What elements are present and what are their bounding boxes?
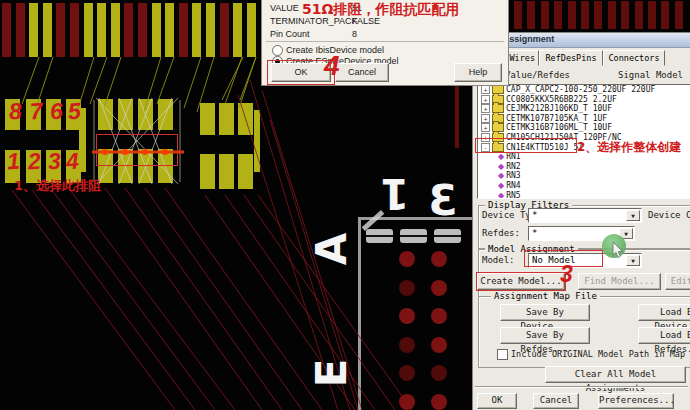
silkscreen-1: 1 <box>380 172 409 214</box>
save-by-device-button[interactable]: Save By Device... <box>500 304 590 321</box>
include-original-path-label: Include ORIGINAL Model Path in Map File <box>511 349 690 359</box>
selected-resistor-box <box>96 134 178 166</box>
signal-model-icon: ◆ <box>498 162 504 171</box>
load-by-refdes-button[interactable]: Load By Refdes... <box>638 327 690 344</box>
map-file-legend: Assignment Map File <box>491 291 600 301</box>
tree-item[interactable]: +CETMK107B7105KA_T 1UF <box>478 114 690 124</box>
column-signal-model: Signal Model <box>618 70 683 80</box>
device-type-input[interactable]: * ▼ <box>528 208 642 223</box>
preferences-button[interactable]: Preferences... <box>598 393 674 409</box>
pin-number: 2 <box>27 148 42 176</box>
props-help-button[interactable]: Help <box>454 63 502 82</box>
device-type-dropdown-arrow[interactable]: ▼ <box>626 210 640 221</box>
pin-count-label: Pin Count <box>270 29 310 39</box>
signal-model-icon: ◆ <box>498 181 504 190</box>
tree-item[interactable]: +CEJMK212BJ106KD_T 10UF <box>478 104 690 114</box>
refdes-label: Refdes: <box>482 228 520 238</box>
pin-number: 3 <box>47 148 62 176</box>
selected-tree-item-box <box>475 138 577 153</box>
divider <box>475 386 688 387</box>
signal-model-icon: ◆ <box>498 191 504 199</box>
device-properties-dialog: VALUE 51 TERMINATOR_PACK FALSE Pin Count… <box>262 0 508 85</box>
column-value-refdes: Value/Refdes <box>505 70 570 80</box>
create-model-button[interactable]: Create Model... <box>477 273 565 290</box>
annotation-step4: 4 <box>324 50 340 82</box>
pin-number: 4 <box>65 148 80 176</box>
expand-icon[interactable]: + <box>481 114 490 123</box>
divider <box>266 41 504 42</box>
expand-icon[interactable]: + <box>481 95 490 104</box>
signal-model-assignment-dialog: Signal Model Assignment BondWires RefDes… <box>473 33 690 410</box>
annotation-value-note: 51Ω排阻，作阻抗匹配用 <box>302 1 459 19</box>
pin-number: 8 <box>8 98 23 126</box>
silkscreen-A: A <box>311 233 353 266</box>
tab-refdespins[interactable]: RefDesPins <box>539 50 603 66</box>
tree-item[interactable]: ◆RN5 <box>478 191 690 199</box>
edit-model-button[interactable]: Edit Model... <box>665 273 690 290</box>
device-class-label: Device Class <box>648 210 690 220</box>
save-by-refdes-button[interactable]: Save By Refdes... <box>500 327 590 344</box>
tree-item[interactable]: ◆RN4 <box>478 181 690 191</box>
tree-item[interactable]: +CC0805KKX5R6BB225 2.2UF <box>478 95 690 105</box>
annotation-step3: 3 <box>560 261 573 288</box>
silkscreen-E: E <box>311 359 353 388</box>
include-original-path-checkbox[interactable] <box>497 349 508 360</box>
model-dropdown-arrow[interactable]: ▼ <box>626 255 640 266</box>
signal-model-icon: ◆ <box>498 152 504 161</box>
annotation-step2: 2、选择作整体创建 <box>577 139 681 156</box>
sma-ok-button[interactable]: OK <box>477 393 517 409</box>
radio-ibis-device[interactable] <box>272 45 283 56</box>
expand-icon[interactable]: + <box>481 104 490 113</box>
model-label: Model: <box>482 255 515 265</box>
annotation-select-resistor: 1、选择此排阻 <box>14 177 101 195</box>
clear-all-assignments-button[interactable]: Clear All Model Assignments <box>545 366 686 383</box>
pin-number: 1 <box>6 148 21 176</box>
find-model-button[interactable]: Find Model... <box>578 273 661 290</box>
load-by-device-button[interactable]: Load By Device... <box>638 304 690 321</box>
mouse-cursor-icon <box>612 242 626 260</box>
silkscreen-3: 3 <box>428 180 457 222</box>
value-label: VALUE <box>270 3 299 13</box>
expand-icon[interactable]: + <box>481 123 490 132</box>
tree-item[interactable]: +CETMK316B7106ML_T 10UF <box>478 123 690 133</box>
pin-number: 6 <box>49 98 64 126</box>
sma-cancel-button[interactable]: Cancel <box>533 393 579 409</box>
signal-model-icon: ◆ <box>498 171 504 180</box>
pin-number: 5 <box>67 98 82 126</box>
pin-number: 7 <box>29 98 44 126</box>
tree-item[interactable]: ◆RN3 <box>478 171 690 181</box>
pcb-canvas[interactable]: 1 3 A E 87651234 1、选择此排阻 Signal Model As… <box>0 0 690 410</box>
tree-item[interactable]: +CAP_X_CAPC2-100-250_220UF 220UF <box>478 85 690 95</box>
pin-count-field: 8 <box>352 29 357 39</box>
tab-connectors[interactable]: Connectors <box>603 50 665 66</box>
tree-item[interactable]: ◆RN2 <box>478 162 690 172</box>
props-cancel-button[interactable]: Cancel <box>335 63 389 82</box>
expand-icon[interactable]: + <box>481 85 490 94</box>
